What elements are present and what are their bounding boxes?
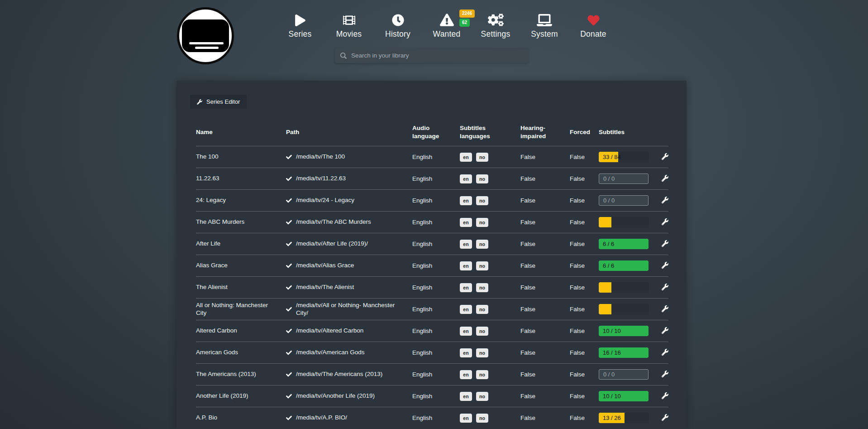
- nav-label: Donate: [580, 29, 606, 39]
- nav-label: System: [531, 29, 558, 39]
- wanted-count-badge-secondary: 62: [459, 19, 470, 27]
- edit-series-button[interactable]: [661, 174, 669, 184]
- hearing-impaired-value: False: [520, 393, 570, 400]
- path-text: /media/tv/All or Nothing- Manchester Cit…: [296, 302, 406, 317]
- series-path: /media/tv/American Gods: [286, 349, 412, 357]
- table-row: The Alienist /media/tv/The Alienist Engl…: [196, 276, 668, 298]
- progress-label: 33 / 84: [603, 152, 621, 162]
- language-badge: no: [476, 196, 488, 205]
- subtitle-language-badges: enno: [460, 283, 520, 292]
- heart-icon: [587, 11, 600, 26]
- edit-series-button[interactable]: [661, 196, 669, 206]
- edit-series-button[interactable]: [661, 370, 669, 380]
- edit-series-button[interactable]: [661, 391, 669, 401]
- table-row: All or Nothing: Manchester City /media/t…: [196, 298, 668, 320]
- table-row: After Life /media/tv/After Life (2019)/ …: [196, 233, 668, 255]
- wrench-icon: [662, 349, 668, 356]
- series-name: 11.22.63: [196, 175, 286, 183]
- series-name: The ABC Murders: [196, 218, 286, 226]
- search-input[interactable]: [351, 52, 523, 59]
- subtitle-language-badges: enno: [460, 218, 520, 227]
- edit-series-button[interactable]: [661, 413, 669, 423]
- table-row: A.P. Bio /media/tv/A.P. BIO/ English enn…: [196, 407, 668, 429]
- language-badge: no: [476, 370, 488, 379]
- nav-item-series[interactable]: Series: [276, 11, 324, 39]
- nav-item-donate[interactable]: Donate: [569, 11, 618, 39]
- edit-series-button[interactable]: [661, 152, 669, 162]
- edit-series-button[interactable]: [661, 217, 669, 227]
- edit-series-button[interactable]: [661, 326, 669, 336]
- subtitles-progress: 33 / 84: [599, 152, 661, 162]
- audio-language: English: [412, 328, 460, 334]
- nav-item-wanted[interactable]: Wanted 2246 62: [422, 11, 471, 39]
- series-path: /media/tv/24 - Legacy: [286, 197, 412, 204]
- table-row: Alias Grace /media/tv/Alias Grace Englis…: [196, 255, 668, 276]
- hearing-impaired-value: False: [520, 371, 570, 378]
- nav-item-system[interactable]: System: [520, 11, 569, 39]
- edit-series-button[interactable]: [661, 348, 669, 358]
- series-name: The 100: [196, 153, 286, 161]
- nav-item-history[interactable]: History: [373, 11, 422, 39]
- series-path: /media/tv/Another Life (2019): [286, 392, 412, 400]
- wrench-icon: [662, 392, 668, 399]
- forced-value: False: [570, 371, 599, 378]
- progress-label: 10 / 10: [603, 326, 621, 336]
- nav-label: Movies: [336, 29, 362, 39]
- header-name: Name: [196, 128, 286, 136]
- progress-label: 16 / 16: [603, 347, 621, 358]
- series-path: /media/tv/The ABC Murders: [286, 218, 412, 226]
- hearing-impaired-value: False: [520, 328, 570, 334]
- series-name: A.P. Bio: [196, 414, 286, 422]
- nav-item-settings[interactable]: Settings: [471, 11, 520, 39]
- progress-label: 10 / 10: [603, 391, 621, 401]
- edit-series-button[interactable]: [661, 261, 669, 271]
- edit-series-button[interactable]: [661, 283, 669, 293]
- series-name: The Alienist: [196, 284, 286, 291]
- edit-series-button[interactable]: [661, 304, 669, 314]
- language-badge: no: [476, 327, 488, 336]
- nav-label: History: [385, 29, 410, 39]
- series-editor-button[interactable]: Series Editor: [190, 95, 247, 109]
- edit-series-button[interactable]: [661, 239, 669, 249]
- table-row: Another Life (2019) /media/tv/Another Li…: [196, 385, 668, 407]
- progress-label: 6 / 6: [603, 239, 614, 249]
- language-badge: en: [460, 414, 472, 423]
- subtitles-progress: 6 / 6: [599, 260, 661, 271]
- forced-value: False: [570, 197, 599, 204]
- language-badge: en: [460, 392, 472, 401]
- hearing-impaired-value: False: [520, 219, 570, 226]
- audio-language: English: [412, 284, 460, 291]
- wrench-icon: [662, 240, 668, 247]
- audio-language: English: [412, 197, 460, 204]
- language-badge: no: [476, 414, 488, 423]
- path-text: /media/tv/After Life (2019)/: [296, 240, 368, 248]
- series-name: 24: Legacy: [196, 197, 286, 204]
- subtitles-progress: [599, 282, 661, 293]
- nav-item-movies[interactable]: Movies: [324, 11, 373, 39]
- check-icon: [286, 176, 292, 182]
- nav-label: Wanted: [433, 29, 461, 39]
- table-row: The ABC Murders /media/tv/The ABC Murder…: [196, 211, 668, 233]
- progress-label: 6 / 6: [603, 260, 614, 271]
- nav-label: Settings: [481, 29, 510, 39]
- check-icon: [286, 328, 292, 334]
- clock-icon: [392, 11, 404, 26]
- nav-label: Series: [289, 29, 312, 39]
- laptop-icon: [537, 11, 552, 26]
- forced-value: False: [570, 175, 599, 182]
- series-path: /media/tv/The 100: [286, 153, 412, 161]
- series-editor-label: Series Editor: [206, 98, 240, 105]
- hearing-impaired-value: False: [520, 349, 570, 356]
- forced-value: False: [570, 219, 599, 226]
- language-badge: no: [476, 305, 488, 314]
- bazarr-logo[interactable]: [177, 7, 234, 64]
- audio-language: English: [412, 393, 460, 400]
- language-badge: en: [460, 348, 472, 357]
- path-text: /media/tv/Another Life (2019): [296, 392, 375, 400]
- path-text: /media/tv/The Americans (2013): [296, 371, 382, 378]
- forced-value: False: [570, 284, 599, 291]
- progress-label: 0 / 0: [603, 196, 615, 205]
- table-row: 11.22.63 /media/tv/11.22.63 English enno…: [196, 168, 668, 189]
- check-icon: [286, 350, 292, 356]
- language-badge: en: [460, 370, 472, 379]
